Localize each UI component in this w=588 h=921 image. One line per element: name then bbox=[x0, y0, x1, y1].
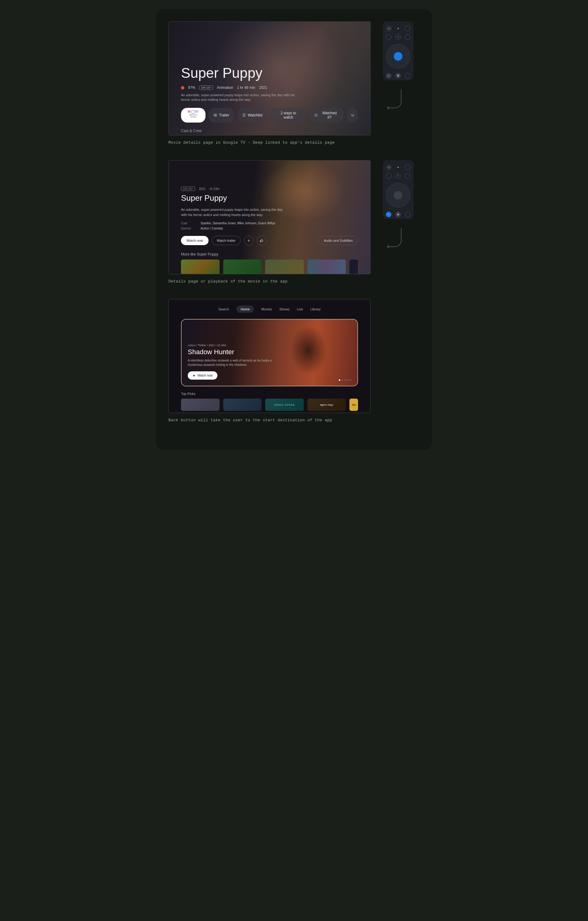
flow-arrow bbox=[383, 86, 407, 117]
watch-now-button[interactable]: M◯VI WATCH NOW bbox=[181, 108, 205, 122]
hero-meta: Action / Thriller • 2021 • 1h 48m bbox=[188, 344, 351, 347]
add-button[interactable]: + bbox=[244, 236, 253, 246]
genre: Animation bbox=[217, 85, 233, 90]
duration: 1 hr 49 min bbox=[237, 85, 255, 90]
nav-movies[interactable]: Movies bbox=[261, 307, 272, 311]
year: 2021 bbox=[259, 85, 267, 90]
remote-button[interactable] bbox=[405, 212, 410, 217]
hero-card[interactable]: Action / Thriller • 2021 • 1h 48m Shadow… bbox=[181, 319, 358, 386]
more-options-button[interactable] bbox=[347, 108, 358, 122]
nav-library[interactable]: Library bbox=[310, 307, 321, 311]
watchlist-button[interactable]: Watchlist bbox=[237, 108, 267, 122]
recommendation-card[interactable] bbox=[223, 260, 262, 274]
pick-card[interactable] bbox=[181, 399, 219, 411]
score: 97% bbox=[188, 85, 195, 90]
movie-title: Super Puppy bbox=[181, 193, 358, 203]
back-button[interactable]: ← bbox=[386, 212, 391, 217]
nav-home[interactable]: Home bbox=[236, 306, 254, 313]
dpad[interactable] bbox=[386, 44, 410, 68]
remote-button[interactable] bbox=[386, 173, 391, 179]
provider-logo: M◯VI bbox=[188, 110, 199, 114]
tv-remote: ⏻ ← bbox=[383, 21, 413, 80]
mic-button[interactable] bbox=[395, 173, 401, 179]
nav-shows[interactable]: Shows bbox=[279, 307, 289, 311]
remote-button[interactable] bbox=[405, 173, 410, 179]
power-button[interactable]: ⏻ bbox=[386, 164, 391, 170]
dpad-select-button[interactable] bbox=[394, 191, 403, 199]
home-icon bbox=[397, 213, 400, 216]
remote-button[interactable] bbox=[405, 26, 410, 31]
recommendation-card[interactable] bbox=[265, 260, 304, 274]
remote-button[interactable] bbox=[405, 73, 410, 78]
ways-to-watch-button[interactable]: 2 ways to watch bbox=[270, 108, 306, 122]
home-icon bbox=[397, 75, 400, 77]
more-like-heading: More like Super Puppy bbox=[181, 252, 358, 256]
flow-arrow bbox=[383, 225, 407, 256]
genres-label: Genres bbox=[181, 227, 193, 230]
mic-icon bbox=[397, 36, 400, 38]
pick-card[interactable]: Night in Tokyo bbox=[307, 399, 346, 411]
home-button[interactable] bbox=[395, 212, 401, 217]
watch-now-sublabel: WATCH NOW bbox=[186, 114, 201, 118]
hero-title: Shadow Hunter bbox=[188, 348, 351, 356]
trailer-button[interactable]: Trailer bbox=[209, 108, 234, 122]
audio-subtitles-button[interactable]: Audio and Subtitles bbox=[318, 236, 358, 245]
remote-button[interactable] bbox=[386, 34, 391, 40]
power-button[interactable]: ⏻ bbox=[386, 26, 391, 31]
movie-description: An adorable, super-powered puppy leaps i… bbox=[181, 93, 297, 103]
thumbs-up-icon bbox=[260, 239, 263, 242]
dot[interactable] bbox=[350, 379, 351, 381]
play-icon bbox=[193, 374, 196, 377]
genres-value: Action / Comedy bbox=[201, 227, 223, 230]
caption-1: Movie details page in Google TV - Deep l… bbox=[169, 140, 419, 145]
carousel-dots[interactable] bbox=[339, 379, 351, 381]
year: 2021 bbox=[199, 187, 205, 190]
svg-point-1 bbox=[315, 114, 317, 116]
recommendation-card[interactable] bbox=[349, 260, 358, 274]
dot[interactable] bbox=[347, 379, 349, 381]
dpad-select-button[interactable] bbox=[394, 52, 403, 61]
back-button[interactable]: ← bbox=[386, 73, 391, 78]
hero-description: A relentless detective unravels a web of… bbox=[188, 358, 273, 367]
play-icon bbox=[213, 113, 217, 117]
like-button[interactable] bbox=[257, 236, 266, 246]
remote-led bbox=[398, 28, 399, 29]
google-tv-screen: Super Puppy 97% U/A 13+ Animation 1 hr 4… bbox=[169, 21, 370, 135]
caption-3: Back button will take the user to the st… bbox=[169, 418, 419, 423]
pick-card[interactable]: SPACE OPERA bbox=[265, 399, 304, 411]
rating-badge: U/A 13+ bbox=[199, 85, 213, 90]
dot[interactable] bbox=[339, 379, 340, 381]
top-nav: Search Home Movies Shows Live Library bbox=[181, 306, 358, 313]
nav-live[interactable]: Live bbox=[297, 307, 303, 311]
caption-2: Details page or playback of the movie in… bbox=[169, 279, 419, 284]
app-home-screen: Search Home Movies Shows Live Library Ac… bbox=[169, 299, 370, 413]
watch-trailer-button[interactable]: Watch trailer bbox=[212, 236, 241, 245]
watched-it-button[interactable]: Watched it? bbox=[309, 108, 344, 122]
top-picks-heading: Top Picks bbox=[181, 392, 358, 395]
home-button[interactable] bbox=[395, 73, 401, 78]
dot[interactable] bbox=[344, 379, 346, 381]
remote-button[interactable] bbox=[405, 164, 410, 170]
svg-rect-3 bbox=[398, 175, 398, 176]
svg-rect-2 bbox=[398, 36, 398, 37]
circle-icon bbox=[314, 113, 318, 117]
dpad[interactable] bbox=[386, 183, 410, 207]
pick-card[interactable] bbox=[223, 399, 262, 411]
movie-description: An adorable, super-powered puppy leaps i… bbox=[181, 207, 285, 217]
cast-value: Sparkie, Samantha Jones, Mike Johnson, G… bbox=[201, 221, 275, 225]
dot[interactable] bbox=[341, 379, 343, 381]
pick-card[interactable]: ON bbox=[349, 399, 358, 411]
recommendation-card[interactable] bbox=[307, 260, 346, 274]
mic-button[interactable] bbox=[395, 34, 401, 40]
nav-search[interactable]: Search bbox=[218, 307, 229, 311]
movie-title: Super Puppy bbox=[181, 65, 358, 81]
duration: 1h 53m bbox=[210, 187, 219, 190]
watch-now-button[interactable]: Watch now bbox=[181, 236, 209, 245]
rating-badge: U/A 13+ bbox=[181, 187, 195, 191]
recommendation-card[interactable] bbox=[181, 260, 219, 274]
remote-led bbox=[398, 167, 399, 168]
remote-button[interactable] bbox=[405, 34, 410, 40]
cast-crew-heading: Cast & Crew bbox=[181, 129, 358, 133]
cast-label: Cast bbox=[181, 221, 193, 225]
watch-now-button[interactable]: Watch now bbox=[188, 371, 218, 380]
